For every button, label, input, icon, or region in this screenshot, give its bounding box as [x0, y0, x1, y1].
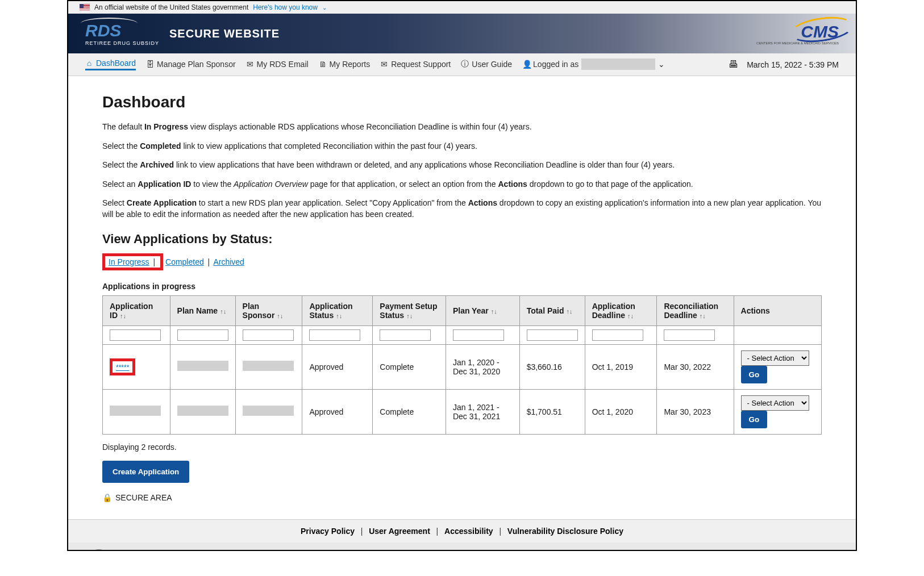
nav-user-guide[interactable]: ⓘUser Guide — [461, 59, 512, 70]
records-count: Displaying 2 records. — [102, 443, 822, 452]
mail-icon: ✉ — [246, 60, 254, 69]
sort-icon: ↑↓ — [406, 312, 413, 319]
cell-recon-deadline: Mar 30, 2022 — [657, 344, 734, 389]
nav-my-rds-email[interactable]: ✉My RDS Email — [246, 60, 309, 70]
sort-icon: ↑↓ — [491, 308, 497, 315]
application-id-redacted — [110, 406, 161, 416]
col-plan-name[interactable]: Plan Name↑↓ — [170, 295, 235, 325]
actions-select[interactable]: - Select Action - — [741, 350, 809, 366]
table-header-row: Application ID↑↓ Plan Name↑↓ Plan Sponso… — [103, 295, 822, 325]
link-vulnerability[interactable]: Vulnerability Disclosure Policy — [507, 527, 623, 536]
col-payment-setup-status[interactable]: Payment Setup Status↑↓ — [373, 295, 446, 325]
plan-name-redacted — [177, 406, 228, 416]
highlight-in-progress: In Progress | — [102, 253, 163, 270]
user-name-redacted — [581, 59, 655, 70]
status-links: In Progress | Completed | Archived — [102, 253, 822, 270]
link-completed[interactable]: Completed — [165, 257, 204, 266]
sort-icon: ↑↓ — [700, 312, 706, 319]
application-id-link[interactable]: ***** — [116, 364, 129, 372]
document-icon: 🗎 — [319, 60, 327, 69]
table-row: ***** Approved Complete Jan 1, 2020 - De… — [103, 344, 822, 389]
how-you-know-link[interactable]: Here's how you know — [253, 3, 318, 11]
col-plan-year[interactable]: Plan Year↑↓ — [446, 295, 519, 325]
filter-payment-setup-status[interactable] — [380, 329, 431, 341]
secure-area-label: 🔒 SECURE AREA — [102, 493, 822, 502]
link-archived[interactable]: Archived — [213, 257, 244, 266]
filter-reconciliation-deadline[interactable] — [664, 329, 715, 341]
filter-application-deadline[interactable] — [592, 329, 643, 341]
highlight-app-id: ***** — [110, 358, 135, 375]
col-application-deadline[interactable]: Application Deadline↑↓ — [585, 295, 657, 325]
us-flag-icon — [80, 4, 90, 11]
info-icon: ⓘ — [461, 59, 469, 69]
nav-datetime: March 15, 2022 - 5:39 PM — [747, 60, 839, 69]
table-title: Applications in progress — [102, 282, 822, 291]
plan-sponsor-redacted — [243, 406, 294, 416]
rds-logo: RDS RETIREE DRUG SUBSIDY — [85, 21, 159, 46]
filter-application-id[interactable] — [110, 329, 161, 341]
gov-official-text: An official website of the United States… — [94, 3, 248, 11]
lock-icon: 🔒 — [102, 493, 112, 502]
sort-icon: ↑↓ — [220, 308, 226, 315]
cell-app-deadline: Oct 1, 2020 — [585, 389, 657, 434]
footer-bottom: Approved OMB-0938-0957 Form CMS-10156 Ap… — [68, 542, 856, 551]
plan-name-redacted — [177, 361, 228, 371]
page-title: Dashboard — [102, 93, 822, 111]
col-total-paid[interactable]: Total Paid↑↓ — [519, 295, 585, 325]
sort-icon: ↑↓ — [277, 312, 283, 319]
footer-links: Privacy Policy | User Agreement | Access… — [68, 519, 856, 542]
nav-dashboard[interactable]: ⌂DashBoard — [85, 59, 136, 70]
nav-request-support[interactable]: ✉Request Support — [380, 60, 451, 70]
home-icon: ⌂ — [85, 59, 93, 68]
sort-icon: ↑↓ — [566, 308, 572, 315]
plan-sponsor-redacted — [243, 361, 294, 371]
intro-p2: Select the Completed link to view applic… — [102, 141, 822, 152]
cell-total-paid: $3,660.16 — [519, 344, 585, 389]
cell-pay-status: Complete — [373, 389, 446, 434]
actions-select[interactable]: - Select Action - — [741, 395, 809, 411]
intro-p3: Select the Archived link to view applica… — [102, 160, 822, 171]
briefcase-icon: 🗄 — [146, 60, 154, 69]
gov-banner: An official website of the United States… — [68, 1, 856, 14]
col-application-status[interactable]: Application Status↑↓ — [302, 295, 373, 325]
table-filter-row — [103, 325, 822, 344]
status-heading: View Applications by Status: — [102, 232, 822, 247]
filter-plan-name[interactable] — [177, 329, 228, 341]
main-content: Dashboard The default In Progress view d… — [68, 76, 856, 519]
secure-website-title: SECURE WEBSITE — [169, 27, 280, 40]
intro-p4: Select an Application ID to view the App… — [102, 179, 822, 190]
nav-logged-in-as[interactable]: 👤Logged in as ⌄ — [522, 59, 665, 71]
go-button[interactable]: Go — [741, 366, 768, 383]
sort-icon: ↑↓ — [627, 312, 634, 319]
go-button[interactable]: Go — [741, 411, 768, 428]
create-application-button[interactable]: Create Application — [102, 461, 189, 483]
cell-plan-year: Jan 1, 2021 - Dec 31, 2021 — [446, 389, 519, 434]
cell-total-paid: $1,700.51 — [519, 389, 585, 434]
sort-icon: ↑↓ — [336, 312, 342, 319]
print-icon[interactable]: 🖶 — [729, 59, 736, 70]
filter-total-paid[interactable] — [527, 329, 578, 341]
cell-plan-year: Jan 1, 2020 - Dec 31, 2020 — [446, 344, 519, 389]
link-privacy-policy[interactable]: Privacy Policy — [301, 527, 355, 536]
sort-icon: ↑↓ — [120, 312, 126, 319]
filter-plan-year[interactable] — [453, 329, 504, 341]
link-accessibility[interactable]: Accessibility — [444, 527, 493, 536]
cms-logo: CMS CENTERS FOR MEDICARE & MEDICAID SERV… — [756, 22, 839, 45]
link-user-agreement[interactable]: User Agreement — [369, 527, 430, 536]
intro-p5: Select Create Application to start a new… — [102, 198, 822, 220]
nav-my-reports[interactable]: 🗎My Reports — [319, 60, 371, 70]
nav-manage-plan-sponsor[interactable]: 🗄Manage Plan Sponsor — [146, 60, 236, 70]
link-in-progress[interactable]: In Progress — [109, 257, 149, 266]
col-plan-sponsor[interactable]: Plan Sponsor↑↓ — [235, 295, 302, 325]
cell-pay-status: Complete — [373, 344, 446, 389]
table-row: Approved Complete Jan 1, 2021 - Dec 31, … — [103, 389, 822, 434]
cell-app-deadline: Oct 1, 2019 — [585, 344, 657, 389]
col-application-id[interactable]: Application ID↑↓ — [103, 295, 170, 325]
cell-app-status: Approved — [302, 344, 373, 389]
filter-application-status[interactable] — [309, 329, 360, 341]
hhs-seal-icon — [85, 549, 113, 551]
col-reconciliation-deadline[interactable]: Reconciliation Deadline↑↓ — [657, 295, 734, 325]
filter-plan-sponsor[interactable] — [243, 329, 294, 341]
mail-icon: ✉ — [380, 60, 388, 69]
person-icon: 👤 — [522, 60, 530, 69]
